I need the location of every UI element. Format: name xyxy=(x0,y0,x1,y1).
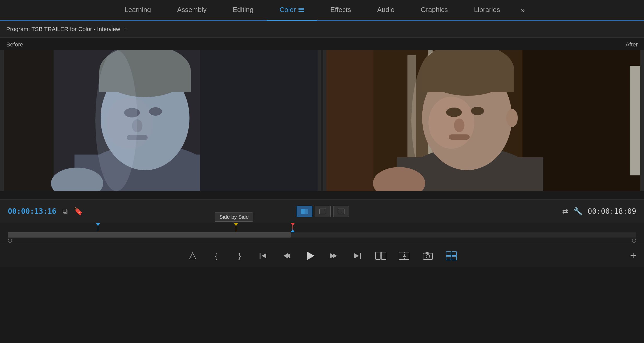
nav-color-label: Color xyxy=(280,6,296,14)
video-panel-before xyxy=(0,50,321,191)
compare-btn[interactable] xyxy=(445,249,458,262)
timecode-duration: 00:00:18:09 xyxy=(588,207,636,216)
svg-rect-47 xyxy=(305,209,308,214)
timecode-current: 00:00:13:16 xyxy=(8,207,56,216)
program-menu-icon[interactable]: ≡ xyxy=(124,26,127,32)
video-container xyxy=(0,50,644,191)
capture-btn[interactable] xyxy=(421,249,434,262)
before-after-labels: Before After xyxy=(0,38,644,50)
split-clip-icon[interactable]: ⧉ xyxy=(62,207,68,216)
nav-assembly[interactable]: Assembly xyxy=(164,0,220,21)
add-button[interactable]: + xyxy=(630,250,636,262)
svg-marker-59 xyxy=(333,253,337,258)
nav-color[interactable]: Color xyxy=(267,0,317,21)
nav-more-label: » xyxy=(521,6,525,14)
preview-area: Before After xyxy=(0,38,644,199)
insert-btn[interactable] xyxy=(398,249,411,262)
svg-marker-67 xyxy=(403,255,406,257)
svg-rect-62 xyxy=(376,252,380,259)
transport-bar: 00:00:13:16 ⧉ 🔖 ⇄ 🔧 00:00:18:09 xyxy=(0,199,644,223)
bottom-controls: { } xyxy=(0,244,644,267)
scrubber-endpoints xyxy=(8,238,636,244)
scrubber-start[interactable] xyxy=(8,239,12,243)
settings-icon[interactable]: 🔧 xyxy=(573,207,583,216)
program-title: Program: TSB TRAILER for Color - Intervi… xyxy=(6,26,120,33)
single-view-btn[interactable] xyxy=(315,206,331,217)
nav-audio[interactable]: Audio xyxy=(364,0,408,21)
nav-editing[interactable]: Editing xyxy=(220,0,267,21)
transport-right: ⇄ 🔧 00:00:18:09 xyxy=(562,207,636,216)
nav-libraries-label: Libraries xyxy=(474,6,500,14)
video-panel-after xyxy=(323,50,644,191)
nav-learning-label: Learning xyxy=(124,6,151,14)
svg-rect-45 xyxy=(326,50,640,191)
color-menu-icon xyxy=(298,8,304,12)
scrubber-markers: Side by Side xyxy=(8,223,636,232)
gold-marker[interactable] xyxy=(234,223,238,231)
svg-rect-20 xyxy=(200,50,318,191)
export-btn[interactable] xyxy=(374,249,387,262)
svg-rect-7 xyxy=(4,50,54,191)
marker-in-btn[interactable] xyxy=(186,249,199,262)
after-label: After xyxy=(626,41,638,48)
nav-effects[interactable]: Effects xyxy=(317,0,364,21)
svg-rect-74 xyxy=(452,256,457,260)
trim-in-btn[interactable]: { xyxy=(210,249,223,262)
nav-effects-label: Effects xyxy=(330,6,351,14)
after-frame xyxy=(323,50,644,191)
scrubber-progress xyxy=(8,232,291,238)
nav-graphics[interactable]: Graphics xyxy=(407,0,461,21)
play-btn[interactable] xyxy=(304,249,317,262)
svg-marker-54 xyxy=(262,253,266,258)
step-back-btn[interactable] xyxy=(280,249,293,262)
svg-rect-68 xyxy=(423,253,433,259)
nav-audio-label: Audio xyxy=(377,6,395,14)
scrubber-end[interactable] xyxy=(632,239,636,243)
before-frame xyxy=(0,50,321,191)
marker-icon[interactable]: 🔖 xyxy=(74,207,83,216)
svg-marker-61 xyxy=(354,253,359,258)
blue-bottom-marker xyxy=(291,229,295,232)
svg-rect-73 xyxy=(446,256,451,260)
go-to-out-btn[interactable] xyxy=(351,249,364,262)
svg-marker-57 xyxy=(307,252,314,260)
nav-graphics-label: Graphics xyxy=(421,6,448,14)
svg-rect-72 xyxy=(452,252,457,256)
trim-out-btn[interactable]: } xyxy=(233,249,246,262)
nav-learning[interactable]: Learning xyxy=(111,0,164,21)
svg-point-21 xyxy=(95,50,137,191)
go-to-in-btn[interactable] xyxy=(257,249,270,262)
svg-rect-71 xyxy=(446,252,451,256)
svg-rect-63 xyxy=(381,252,386,259)
before-label: Before xyxy=(6,41,23,48)
swap-icon[interactable]: ⇄ xyxy=(562,207,568,216)
nav-editing-label: Editing xyxy=(233,6,254,14)
svg-marker-52 xyxy=(189,253,196,259)
scrubber-tooltip: Side by Side xyxy=(215,212,253,222)
svg-rect-46 xyxy=(301,209,304,214)
side-by-side-btn[interactable] xyxy=(297,206,312,217)
program-header: Program: TSB TRAILER for Color - Intervi… xyxy=(0,21,644,38)
nav-more-button[interactable]: » xyxy=(513,0,532,21)
scrubber-area[interactable]: Side by Side xyxy=(0,223,644,244)
nav-libraries[interactable]: Libraries xyxy=(461,0,513,21)
nav-assembly-label: Assembly xyxy=(177,6,207,14)
scrubber-track[interactable] xyxy=(8,232,636,238)
transport-left: 00:00:13:16 ⧉ 🔖 xyxy=(8,207,83,216)
top-nav: Learning Assembly Editing Color Effects … xyxy=(0,0,644,21)
svg-rect-49 xyxy=(320,209,326,214)
svg-point-69 xyxy=(426,255,430,258)
step-forward-btn[interactable] xyxy=(327,249,340,262)
blue-marker[interactable] xyxy=(96,223,100,231)
transport-center xyxy=(297,206,349,217)
overlay-btn[interactable] xyxy=(333,206,349,217)
svg-point-16 xyxy=(149,107,162,116)
